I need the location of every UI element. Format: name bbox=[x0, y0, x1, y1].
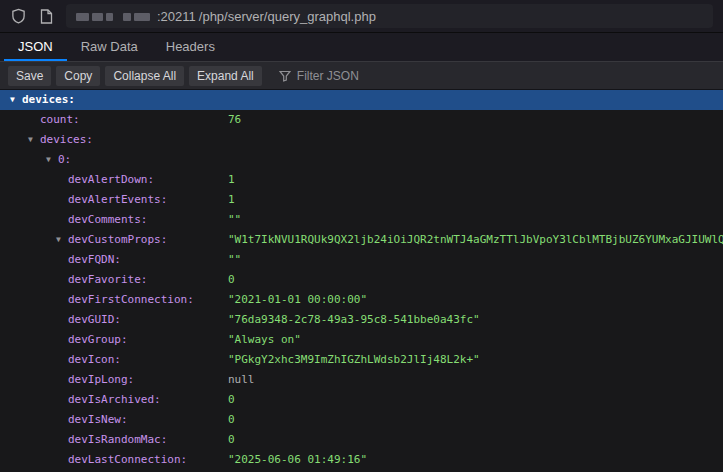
json-value: 1 bbox=[228, 170, 235, 190]
json-value: 0 bbox=[228, 270, 235, 290]
json-row-0[interactable]: ▼0: bbox=[0, 150, 723, 170]
json-value: 0 bbox=[228, 410, 235, 430]
redacted-block bbox=[106, 13, 113, 21]
json-value: 76 bbox=[228, 110, 241, 130]
json-row-devLastConnection[interactable]: devLastConnection:"2025-06-06 01:49:16" bbox=[0, 450, 723, 470]
url-port: :20211 bbox=[157, 9, 196, 24]
filter-json-input[interactable] bbox=[297, 69, 407, 83]
json-row-devCustomProps[interactable]: ▼devCustomProps:"W1t7IkNVU1RQUk9QX2ljb24… bbox=[0, 230, 723, 250]
redacted-block bbox=[134, 13, 150, 21]
json-key: devComments: bbox=[68, 210, 147, 230]
json-key: devices: bbox=[40, 130, 93, 150]
json-key: devIsArchived: bbox=[68, 390, 161, 410]
tab-headers[interactable]: Headers bbox=[152, 33, 229, 61]
json-row-devGroup[interactable]: devGroup:"Always on" bbox=[0, 330, 723, 350]
json-key: devFQDN: bbox=[68, 250, 121, 270]
copy-button[interactable]: Copy bbox=[56, 66, 100, 86]
json-row-devAlertEvents[interactable]: devAlertEvents:1 bbox=[0, 190, 723, 210]
json-toolbar: SaveCopyCollapse AllExpand All bbox=[0, 62, 723, 90]
json-value: 0 bbox=[228, 430, 235, 450]
json-key: devices: bbox=[22, 90, 75, 110]
json-row-devices[interactable]: ▼devices: bbox=[0, 130, 723, 150]
collapse-all-button[interactable]: Collapse All bbox=[105, 66, 184, 86]
json-value: "76da9348-2c78-49a3-95c8-541bbe0a43fc" bbox=[228, 310, 480, 330]
tab-raw-data[interactable]: Raw Data bbox=[67, 33, 152, 61]
json-key: devFirstConnection: bbox=[68, 290, 194, 310]
json-key: devIpLong: bbox=[68, 370, 134, 390]
json-row-devFirstConnection[interactable]: devFirstConnection:"2021-01-01 00:00:00" bbox=[0, 290, 723, 310]
twisty-expand-icon[interactable]: ▼ bbox=[10, 90, 15, 110]
json-key: devIcon: bbox=[68, 350, 121, 370]
url-bar[interactable]: :20211/php/server/query_graphql.php bbox=[66, 4, 713, 28]
viewer-tabs: JSONRaw DataHeaders bbox=[0, 33, 723, 62]
json-key: devGroup: bbox=[68, 330, 128, 350]
json-value: "" bbox=[228, 250, 241, 270]
json-key: devAlertDown: bbox=[68, 170, 154, 190]
json-key: devGUID: bbox=[68, 310, 121, 330]
twisty-expand-icon[interactable]: ▼ bbox=[28, 130, 33, 150]
redacted-block bbox=[92, 13, 103, 21]
json-value: "W1t7IkNVU1RQUk9QX2ljb24iOiJQR2tnWTJ4aGM… bbox=[228, 230, 723, 250]
json-value: "2025-06-06 01:49:16" bbox=[228, 450, 367, 470]
json-row-devIcon[interactable]: devIcon:"PGkgY2xhc3M9ImZhIGZhLWdsb2JlIj4… bbox=[0, 350, 723, 370]
json-value: "2021-01-01 00:00:00" bbox=[228, 290, 367, 310]
twisty-expand-icon[interactable]: ▼ bbox=[46, 150, 51, 170]
json-key: devAlertEvents: bbox=[68, 190, 167, 210]
json-row-count[interactable]: count:76 bbox=[0, 110, 723, 130]
filter-box bbox=[279, 69, 407, 83]
json-key: devIsRandomMac: bbox=[68, 430, 167, 450]
save-button[interactable]: Save bbox=[8, 66, 51, 86]
redacted-host bbox=[76, 9, 154, 24]
json-key: count: bbox=[40, 110, 80, 130]
json-value: 1 bbox=[228, 190, 235, 210]
json-row-devIsRandomMac[interactable]: devIsRandomMac:0 bbox=[0, 430, 723, 450]
tab-json[interactable]: JSON bbox=[4, 33, 67, 61]
json-row-devFavorite[interactable]: devFavorite:0 bbox=[0, 270, 723, 290]
json-row-devIsNew[interactable]: devIsNew:0 bbox=[0, 410, 723, 430]
json-key: devFavorite: bbox=[68, 270, 147, 290]
twisty-expand-icon[interactable]: ▼ bbox=[56, 230, 61, 250]
json-row-devIsArchived[interactable]: devIsArchived:0 bbox=[0, 390, 723, 410]
json-value: "Always on" bbox=[228, 330, 301, 350]
filter-funnel-icon bbox=[279, 70, 291, 82]
redacted-block bbox=[123, 13, 131, 21]
json-row-devFQDN[interactable]: devFQDN:"" bbox=[0, 250, 723, 270]
json-value: "PGkgY2xhc3M9ImZhIGZhLWdsb2JlIj48L2k+" bbox=[228, 350, 480, 370]
json-key: devLastConnection: bbox=[68, 450, 187, 470]
json-key: 0: bbox=[58, 150, 71, 170]
redacted-block bbox=[76, 13, 89, 21]
browser-toolbar: :20211/php/server/query_graphql.php bbox=[0, 0, 723, 33]
shield-icon[interactable] bbox=[10, 8, 26, 24]
json-tree: ▼devices:count:76▼devices:▼0:devAlertDow… bbox=[0, 90, 723, 470]
json-row-devGUID[interactable]: devGUID:"76da9348-2c78-49a3-95c8-541bbe0… bbox=[0, 310, 723, 330]
json-row-devComments[interactable]: devComments:"" bbox=[0, 210, 723, 230]
json-key: devIsNew: bbox=[68, 410, 128, 430]
json-value: null bbox=[228, 370, 255, 390]
json-row-devIpLong[interactable]: devIpLong:null bbox=[0, 370, 723, 390]
json-value: "" bbox=[228, 210, 241, 230]
json-value: 0 bbox=[228, 390, 235, 410]
page-info-icon[interactable] bbox=[38, 8, 54, 24]
json-key: devCustomProps: bbox=[68, 230, 167, 250]
json-row-devices[interactable]: ▼devices: bbox=[0, 90, 723, 110]
json-row-devAlertDown[interactable]: devAlertDown:1 bbox=[0, 170, 723, 190]
url-path: /php/server/query_graphql.php bbox=[199, 9, 376, 24]
expand-all-button[interactable]: Expand All bbox=[189, 66, 262, 86]
